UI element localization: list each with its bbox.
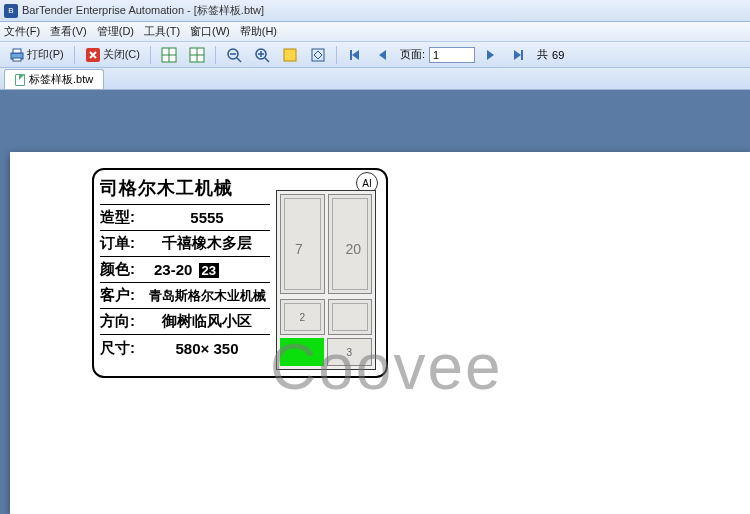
fit-icon [282, 47, 298, 63]
prev-page-button[interactable] [370, 45, 396, 65]
svg-line-16 [265, 58, 269, 62]
close-icon [85, 47, 101, 63]
grid-icon [161, 47, 177, 63]
overlay-7: 7 [295, 241, 303, 257]
menu-view[interactable]: 查看(V) [50, 24, 87, 39]
first-page-button[interactable] [342, 45, 368, 65]
print-label: 打印(P) [27, 47, 64, 62]
workspace: 司格尔木工机械 造型:5555 订单:千禧橡木多层 颜色:23-20 23 客户… [0, 90, 750, 514]
page-label: 页面: [400, 47, 425, 62]
total-prefix: 共 [537, 47, 548, 62]
overlay-20: 20 [345, 241, 361, 257]
grid-2-button[interactable] [184, 45, 210, 65]
label-text-block: 司格尔木工机械 造型:5555 订单:千禧橡木多层 颜色:23-20 23 客户… [100, 174, 270, 361]
menu-bar: 文件(F) 查看(V) 管理(D) 工具(T) 窗口(W) 帮助(H) [0, 22, 750, 42]
document-tabs: 标签样板.btw [0, 68, 750, 90]
last-icon [510, 47, 526, 63]
row-style: 造型:5555 [100, 205, 270, 231]
prev-icon [375, 47, 391, 63]
zoom-out-icon [226, 47, 242, 63]
svg-rect-17 [284, 49, 296, 61]
row-customer: 客户:青岛斯格尔木业机械 [100, 283, 270, 309]
close-button[interactable]: 关闭(C) [80, 45, 145, 65]
expand-icon [310, 47, 326, 63]
print-button[interactable]: 打印(P) [4, 45, 69, 65]
green-block [280, 338, 324, 366]
zoom-fit-button[interactable] [277, 45, 303, 65]
svg-line-12 [237, 58, 241, 62]
door-diagram: 7 20 2 3 [276, 190, 376, 370]
label-object[interactable]: 司格尔木工机械 造型:5555 订单:千禧橡木多层 颜色:23-20 23 客户… [92, 168, 388, 378]
zoom-in-button[interactable] [249, 45, 275, 65]
separator [336, 46, 337, 64]
app-icon: B [4, 4, 18, 18]
next-icon [482, 47, 498, 63]
grid-1-button[interactable] [156, 45, 182, 65]
menu-tools[interactable]: 工具(T) [144, 24, 180, 39]
menu-file[interactable]: 文件(F) [4, 24, 40, 39]
svg-rect-2 [13, 58, 21, 61]
row-order: 订单:千禧橡木多层 [100, 231, 270, 257]
zoom-in-icon [254, 47, 270, 63]
grid-icon [189, 47, 205, 63]
design-canvas[interactable]: 司格尔木工机械 造型:5555 订单:千禧橡木多层 颜色:23-20 23 客户… [10, 152, 750, 514]
color-chip: 23 [199, 263, 219, 278]
overlay-2: 2 [280, 299, 325, 335]
document-icon [15, 74, 25, 86]
menu-manage[interactable]: 管理(D) [97, 24, 134, 39]
last-page-button[interactable] [505, 45, 531, 65]
separator [74, 46, 75, 64]
svg-rect-20 [521, 50, 523, 60]
row-direction: 方向:御树临风小区 [100, 309, 270, 335]
printer-icon [9, 47, 25, 63]
fullscreen-button[interactable] [305, 45, 331, 65]
window-title: BarTender Enterprise Automation - [标签样板.… [22, 3, 264, 18]
menu-help[interactable]: 帮助(H) [240, 24, 277, 39]
overlay-3: 3 [327, 338, 373, 366]
label-diagram: AI 7 20 2 3 [276, 176, 376, 372]
menu-window[interactable]: 窗口(W) [190, 24, 230, 39]
svg-rect-19 [350, 50, 352, 60]
row-color: 颜色:23-20 23 [100, 257, 270, 283]
separator [215, 46, 216, 64]
first-icon [347, 47, 363, 63]
label-title: 司格尔木工机械 [100, 174, 270, 205]
title-bar: B BarTender Enterprise Automation - [标签样… [0, 0, 750, 22]
tab-label: 标签样板.btw [29, 72, 93, 87]
svg-rect-18 [312, 49, 324, 61]
svg-rect-1 [13, 49, 21, 53]
close-label: 关闭(C) [103, 47, 140, 62]
tab-document[interactable]: 标签样板.btw [4, 69, 104, 89]
total-pages: 69 [552, 49, 564, 61]
separator [150, 46, 151, 64]
row-size: 尺寸:580× 350 [100, 335, 270, 361]
next-page-button[interactable] [477, 45, 503, 65]
zoom-out-button[interactable] [221, 45, 247, 65]
page-input[interactable] [429, 47, 475, 63]
toolbar: 打印(P) 关闭(C) 页面: 共 69 [0, 42, 750, 68]
